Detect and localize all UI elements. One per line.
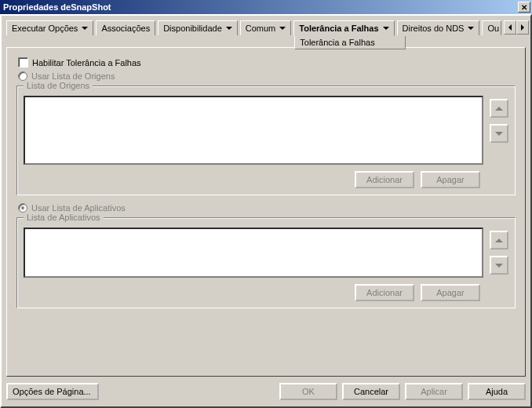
content-panel: Habilitar Tolerância a Falhas Usar Lista…	[6, 47, 526, 377]
radio-origens-row[interactable]: Usar Lista de Origens	[18, 71, 517, 81]
tab-outros-truncated[interactable]: Ou	[482, 20, 501, 35]
chevron-down-icon	[226, 27, 232, 30]
chevron-down-icon	[383, 27, 389, 30]
radio-icon	[18, 203, 27, 213]
tab-scroll-left[interactable]	[504, 20, 516, 35]
move-down-button[interactable]	[490, 256, 508, 275]
origens-list-area	[24, 96, 508, 165]
button-label: Adicionar	[366, 288, 403, 297]
tab-tolerancia[interactable]: Tolerância a Falhas Tolerância a Falhas	[293, 20, 394, 36]
tab-bar: Executar Opções Associações Disponibilid…	[6, 20, 526, 47]
chevron-down-icon	[468, 27, 474, 30]
button-label: Cancelar	[354, 387, 388, 396]
group-title: Lista de Aplicativos	[24, 213, 104, 222]
button-label: Aplicar	[421, 387, 447, 396]
radio-label: Usar Lista de Origens	[31, 71, 115, 81]
apply-button[interactable]: Aplicar	[405, 383, 463, 400]
origens-order-controls	[490, 99, 508, 143]
window-body: Executar Opções Associações Disponibilid…	[0, 14, 532, 408]
tab-label: Tolerância a Falhas	[299, 24, 378, 33]
titlebar: Propriedades deSnapShot ✕	[0, 0, 532, 14]
tab-direitos-nds[interactable]: Direitos do NDS	[397, 20, 480, 35]
tab-associacoes[interactable]: Associações	[96, 20, 155, 35]
aplicativos-add-button[interactable]: Adicionar	[355, 284, 414, 301]
aplicativos-delete-button[interactable]: Apagar	[421, 284, 480, 301]
arrow-up-icon	[495, 107, 503, 111]
tab-label: Comum	[246, 24, 276, 33]
checkbox-habilitar-row[interactable]: Habilitar Tolerância a Falhas	[18, 57, 517, 67]
aplicativos-buttons: Adicionar Apagar	[24, 284, 508, 301]
cancel-button[interactable]: Cancelar	[342, 383, 400, 400]
button-label: Ajuda	[486, 387, 508, 396]
subtab-tolerancia[interactable]: Tolerância a Falhas	[294, 36, 405, 49]
checkbox-icon	[18, 57, 28, 67]
move-down-button[interactable]	[490, 124, 508, 143]
tab-comum[interactable]: Comum	[240, 20, 292, 35]
tab-label: Ou	[487, 24, 499, 33]
arrow-up-icon	[495, 239, 503, 242]
group-aplicativos: Lista de Aplicativos Adicionar Apagar	[16, 217, 516, 308]
tab-label: Executar Opções	[12, 24, 78, 33]
subtab-label: Tolerância a Falhas	[300, 38, 374, 47]
chevron-left-icon	[508, 24, 512, 31]
move-up-button[interactable]	[490, 99, 508, 118]
chevron-right-icon	[521, 24, 524, 31]
group-title: Lista de Origens	[24, 81, 93, 90]
button-label: Opções de Página...	[13, 387, 91, 396]
move-up-button[interactable]	[490, 231, 508, 250]
tab-scroll	[504, 20, 529, 35]
tab-executar-opcoes[interactable]: Executar Opções	[6, 20, 93, 35]
footer-buttons: Opções de Página... OK Cancelar Aplicar …	[6, 383, 526, 400]
arrow-down-icon	[495, 132, 503, 136]
aplicativos-list-area	[24, 228, 508, 278]
checkbox-label: Habilitar Tolerância a Falhas	[32, 58, 141, 67]
tab-scroll-right[interactable]	[516, 20, 529, 35]
origens-delete-button[interactable]: Apagar	[421, 171, 480, 188]
aplicativos-listbox[interactable]	[24, 228, 483, 278]
radio-icon	[18, 71, 27, 81]
tab-disponibilidade[interactable]: Disponibilidade	[158, 20, 238, 35]
radio-aplicativos-row[interactable]: Usar Lista de Aplicativos	[18, 203, 517, 213]
button-label: Apagar	[436, 288, 464, 297]
aplicativos-order-controls	[490, 231, 508, 275]
origens-add-button[interactable]: Adicionar	[355, 171, 414, 188]
tab-label: Direitos do NDS	[403, 24, 465, 33]
button-label: Apagar	[436, 175, 464, 184]
button-label: OK	[302, 387, 315, 396]
origens-buttons: Adicionar Apagar	[24, 171, 508, 188]
ok-button[interactable]: OK	[279, 383, 337, 400]
origens-listbox[interactable]	[24, 96, 483, 165]
arrow-down-icon	[495, 264, 503, 268]
page-options-button[interactable]: Opções de Página...	[6, 383, 99, 400]
close-button[interactable]: ✕	[518, 2, 530, 13]
tab-label: Associações	[101, 24, 150, 33]
close-icon: ✕	[521, 3, 527, 12]
help-button[interactable]: Ajuda	[468, 383, 526, 400]
chevron-down-icon	[82, 27, 88, 30]
radio-label: Usar Lista de Aplicativos	[31, 203, 126, 213]
tab-label: Disponibilidade	[163, 24, 222, 33]
button-label: Adicionar	[366, 175, 403, 184]
window-title: Propriedades deSnapShot	[3, 2, 516, 12]
chevron-down-icon	[279, 27, 286, 30]
group-origens: Lista de Origens Adicionar Apagar	[16, 86, 516, 195]
